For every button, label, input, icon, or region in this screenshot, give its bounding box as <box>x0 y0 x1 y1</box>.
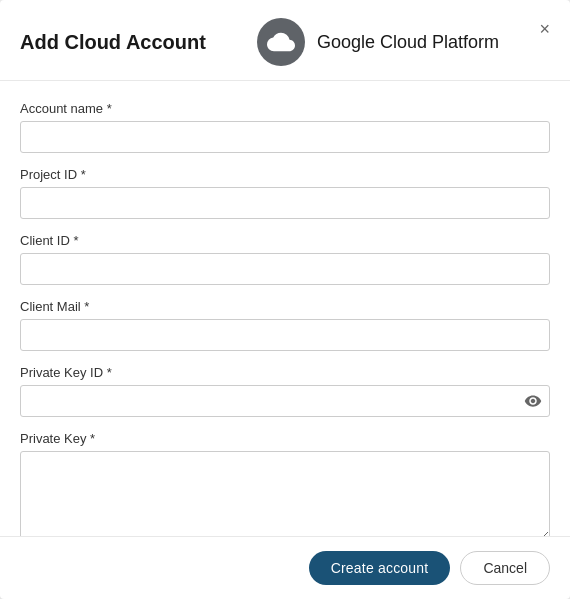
form-group-client-id: Client ID * <box>20 233 550 285</box>
create-account-button[interactable]: Create account <box>309 551 451 585</box>
toggle-password-icon[interactable] <box>524 392 542 410</box>
label-project-id: Project ID * <box>20 167 550 182</box>
label-client-id: Client ID * <box>20 233 550 248</box>
add-cloud-account-modal: Add Cloud Account Google Cloud Platform … <box>0 0 570 599</box>
cloud-icon <box>257 18 305 66</box>
form-group-private-key-id: Private Key ID * <box>20 365 550 417</box>
label-client-mail: Client Mail * <box>20 299 550 314</box>
label-private-key: Private Key * <box>20 431 550 446</box>
modal-title: Add Cloud Account <box>20 31 206 54</box>
modal-footer: Create account Cancel <box>0 536 570 599</box>
cancel-button[interactable]: Cancel <box>460 551 550 585</box>
header-center: Google Cloud Platform <box>206 18 550 66</box>
label-account-name: Account name * <box>20 101 550 116</box>
input-client-mail[interactable] <box>20 319 550 351</box>
modal-header: Add Cloud Account Google Cloud Platform … <box>0 0 570 81</box>
input-client-id[interactable] <box>20 253 550 285</box>
form-group-project-id: Project ID * <box>20 167 550 219</box>
cloud-svg <box>267 28 295 56</box>
input-private-key-id[interactable] <box>20 385 550 417</box>
label-private-key-id: Private Key ID * <box>20 365 550 380</box>
close-button[interactable]: × <box>535 16 554 42</box>
form-group-client-mail: Client Mail * <box>20 299 550 351</box>
input-account-name[interactable] <box>20 121 550 153</box>
form-group-private-key: Private Key * <box>20 431 550 536</box>
form-group-account-name: Account name * <box>20 101 550 153</box>
modal-body: Account name * Project ID * Client ID * … <box>0 81 570 536</box>
input-private-key[interactable] <box>20 451 550 536</box>
private-key-id-wrapper <box>20 385 550 417</box>
platform-name: Google Cloud Platform <box>317 32 499 53</box>
input-project-id[interactable] <box>20 187 550 219</box>
